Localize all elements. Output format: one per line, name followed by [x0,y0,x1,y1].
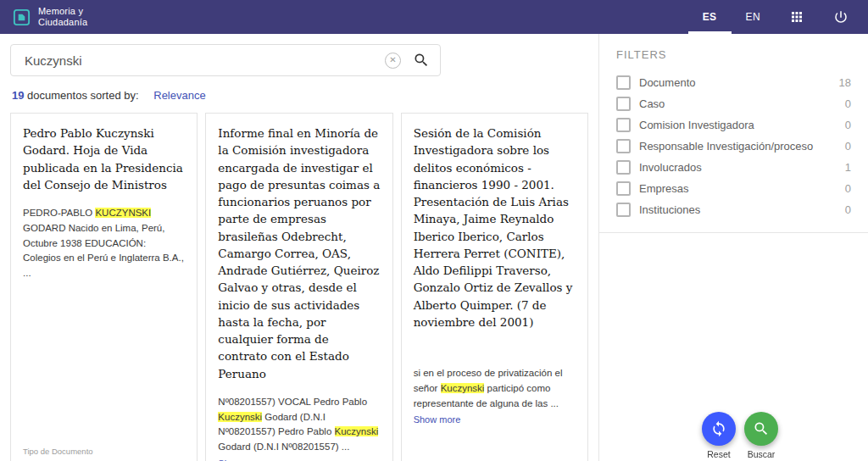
buscar-button[interactable]: Buscar [744,412,778,459]
search-input[interactable] [23,53,385,69]
filter-checkbox[interactable] [616,97,631,111]
result-title[interactable]: Informe final en Minoría de la Comisión … [218,125,380,382]
apps-grid-icon[interactable] [775,0,819,34]
filter-checkbox[interactable] [616,160,631,175]
power-icon[interactable] [819,0,863,34]
filter-checkbox[interactable] [616,75,631,90]
app-header: Memoria y Ciudadanía ES EN [0,0,868,34]
lang-en-tab[interactable]: EN [732,0,775,34]
filter-count: 0 [845,182,851,195]
filter-row[interactable]: Caso 0 [616,93,851,114]
highlighted-term: Kuczynski [441,383,485,393]
result-card: Sesión de la Comisión Investigadora sobr… [401,113,588,461]
search-bar: ✕ [10,44,441,76]
result-card: Pedro Pablo Kuczynski Godard. Hoja de Vi… [10,113,198,461]
field-label: Tipo de Documento [23,447,185,456]
show-more-link[interactable]: Show more [414,414,461,425]
result-fields: Tipo de DocumentoAnexoComisión Investiga… [23,447,185,461]
snippet-text: Godard (D.N.I Nº08201557) ... [218,442,349,452]
refresh-icon[interactable] [702,412,736,446]
snippet-text: Nº08201557) VOCAL Pedro Pablo [218,397,367,407]
result-snippet: PEDRO-PABLO KUCZYNSKI GODARD Nacido en L… [23,206,185,281]
filter-count: 0 [845,203,851,216]
snippet-text: GODARD Nacido en Lima, Perú, Octubre 193… [23,223,184,278]
filter-label: Involucrados [639,161,845,174]
results-count: 19 [12,89,24,102]
filter-label: Instituciones [639,203,845,216]
header-nav: ES EN [688,0,868,34]
app-title-line1: Memoria y [38,6,83,16]
clear-search-icon[interactable]: ✕ [385,53,401,69]
highlighted-term: KUCZYNSKI [95,208,151,218]
filter-label: Comision Investigadora [639,119,845,131]
logo-icon [12,8,31,27]
highlighted-term: Kuczynski [218,412,262,422]
results-meta-text: documentos sorted by: [27,89,139,102]
filter-row[interactable]: Comision Investigadora 0 [616,114,851,136]
floating-actions: Reset Buscar [702,412,778,459]
app-title-line2: Ciudadanía [38,17,87,27]
filter-row[interactable]: Instituciones 0 [616,199,851,220]
filter-count: 0 [845,140,851,153]
filter-count: 0 [845,97,851,110]
results-list: Pedro Pablo Kuczynski Godard. Hoja de Vi… [10,113,588,461]
result-title[interactable]: Pedro Pablo Kuczynski Godard. Hoja de Vi… [23,125,185,193]
search-icon[interactable] [413,52,430,69]
result-title[interactable]: Sesión de la Comisión Investigadora sobr… [414,125,576,330]
filters-divider [599,232,868,233]
filter-count: 18 [839,76,851,89]
reset-button[interactable]: Reset [702,412,736,459]
lang-es-tab[interactable]: ES [688,0,732,34]
result-snippet: si en el proceso de privatización el señ… [414,366,576,411]
filters-panel: FILTERS Documento 18 Caso 0 Comision Inv… [598,34,868,461]
main-area: ✕ 19 documentos sorted by: Relevance Ped… [0,34,868,461]
sort-relevance-link[interactable]: Relevance [153,89,205,102]
filter-row[interactable]: Empresas 0 [616,178,851,199]
filter-label: Empresas [639,182,845,195]
filter-label: Responsable Investigación/proceso [639,140,845,153]
snippet-text: PEDRO-PABLO [23,208,95,218]
filter-checkbox[interactable] [616,203,631,217]
search-fab-icon[interactable] [744,412,778,446]
filter-count: 1 [845,161,851,174]
filter-row[interactable]: Documento 18 [616,72,851,93]
filter-count: 0 [845,119,851,131]
filters-list: Documento 18 Caso 0 Comision Investigado… [616,72,851,220]
filter-label: Caso [639,97,845,110]
filter-checkbox[interactable] [616,181,631,196]
results-meta: 19 documentos sorted by: Relevance [12,89,588,102]
app-title: Memoria y Ciudadanía [38,6,87,27]
buscar-button-label: Buscar [748,449,776,459]
filter-row[interactable]: Involucrados 1 [616,157,851,178]
filter-label: Documento [639,76,839,89]
highlighted-term: Kuczynski [335,426,379,436]
filters-heading: FILTERS [616,48,851,61]
result-card: Informe final en Minoría de la Comisión … [205,113,392,461]
app-logo[interactable]: Memoria y Ciudadanía [12,0,87,34]
filter-checkbox[interactable] [616,118,631,132]
filter-row[interactable]: Responsable Investigación/proceso 0 [616,136,851,157]
result-snippet: Nº08201557) VOCAL Pedro Pablo Kuczynski … [218,395,380,455]
reset-button-label: Reset [707,449,730,459]
filter-checkbox[interactable] [616,139,631,153]
results-area: ✕ 19 documentos sorted by: Relevance Ped… [0,34,598,461]
